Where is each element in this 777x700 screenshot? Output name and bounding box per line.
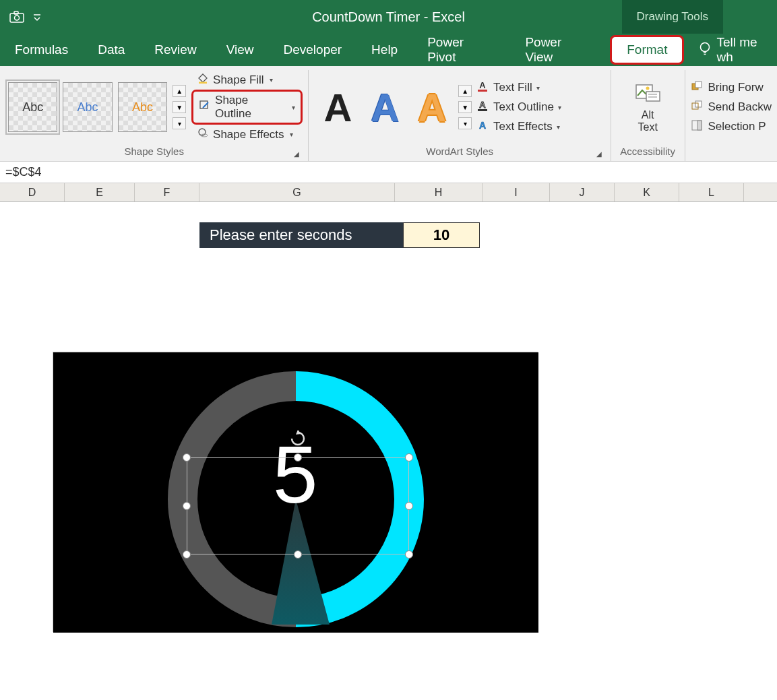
gallery-more-icon[interactable]: ▾ <box>458 117 472 129</box>
tab-review[interactable]: Review <box>139 34 211 66</box>
camera-icon[interactable] <box>9 11 24 23</box>
alt-text-button[interactable]: AltText <box>627 81 668 133</box>
wordart-style-1[interactable]: A <box>323 85 352 130</box>
shape-effects-button[interactable]: Shape Effects▾ <box>191 125 303 144</box>
send-backward-icon <box>691 100 703 115</box>
gallery-down-icon[interactable]: ▼ <box>173 101 186 113</box>
title-bar: CountDown Timer - Excel Drawing Tools <box>0 0 777 34</box>
shape-style-thumb-3[interactable]: Abc <box>118 82 167 132</box>
text-outline-button[interactable]: A Text Outline▾ <box>476 100 561 115</box>
svg-point-17 <box>646 87 650 90</box>
group-label-wordart: WordArt Styles ◢ <box>314 144 604 161</box>
qat-customize-icon[interactable] <box>32 12 42 22</box>
shape-style-gallery-arrows: ▲ ▼ ▾ <box>173 85 186 129</box>
shape-fill-button[interactable]: Shape Fill▾ <box>191 70 303 90</box>
svg-rect-0 <box>10 13 24 22</box>
worksheet[interactable]: Please enter seconds 10 5 <box>0 202 777 700</box>
wordart-style-3[interactable]: A <box>418 85 446 130</box>
formula-bar-value: =$C$4 <box>5 165 42 179</box>
shape-style-buttons: Shape Fill▾ Shape Outline▾ Shape Effects… <box>191 70 303 144</box>
svg-rect-18 <box>646 92 660 101</box>
wordart-gallery-arrows: ▲ ▼ ▾ <box>458 85 472 129</box>
selection-pane-button[interactable]: Selection P <box>691 119 772 135</box>
tab-format[interactable]: Format <box>610 35 684 65</box>
tell-me[interactable]: Tell me wh <box>687 34 777 66</box>
enter-seconds-label: Please enter seconds <box>199 222 403 248</box>
tab-developer[interactable]: Developer <box>268 34 356 66</box>
svg-text:A: A <box>479 100 486 110</box>
col-header-K[interactable]: K <box>615 183 679 201</box>
svg-rect-7 <box>199 82 207 84</box>
tab-power-view[interactable]: Power View <box>510 34 607 66</box>
enter-seconds-cell[interactable]: 10 <box>403 222 480 248</box>
svg-text:A: A <box>479 80 486 90</box>
context-tab-drawing-tools: Drawing Tools <box>622 0 723 34</box>
pencil-icon <box>199 100 211 115</box>
tell-me-label: Tell me wh <box>716 35 777 65</box>
svg-rect-14 <box>478 109 487 111</box>
bring-forward-icon <box>691 80 703 96</box>
tab-formulas[interactable]: Formulas <box>0 34 83 66</box>
tab-data[interactable]: Data <box>83 34 139 66</box>
svg-rect-26 <box>697 121 702 130</box>
ribbon: Abc Abc Abc ▲ ▼ ▾ Shape Fill▾ <box>0 66 777 162</box>
tab-help[interactable]: Help <box>356 34 412 66</box>
dialog-launcher-wordart[interactable]: ◢ <box>594 149 604 158</box>
text-fill-icon: A <box>476 80 489 96</box>
col-header-J[interactable]: J <box>550 183 615 201</box>
group-accessibility: AltText Accessibility <box>611 70 685 161</box>
enter-seconds-row: Please enter seconds 10 <box>199 222 480 248</box>
bucket-icon <box>197 72 209 88</box>
dialog-launcher-shape-styles[interactable]: ◢ <box>292 149 301 158</box>
text-outline-icon: A <box>476 100 489 115</box>
selection-pane-icon <box>691 119 703 135</box>
text-effects-button[interactable]: A Text Effects▾ <box>476 119 561 135</box>
col-header-G[interactable]: G <box>199 183 395 201</box>
svg-rect-1 <box>14 11 18 14</box>
bulb-icon <box>699 41 711 59</box>
svg-text:A: A <box>479 120 486 131</box>
svg-rect-12 <box>478 90 487 92</box>
wordart-buttons: A Text Fill▾ A Text Outline▾ A Text Effe… <box>476 80 561 135</box>
text-fill-button[interactable]: A Text Fill▾ <box>476 80 561 96</box>
group-label-arrange <box>691 144 772 161</box>
formula-bar[interactable]: =$C$4 <box>0 162 777 183</box>
bring-forward-button[interactable]: Bring Forw <box>691 80 772 96</box>
svg-point-4 <box>701 42 710 51</box>
wordart-style-2[interactable]: A <box>371 85 399 130</box>
gallery-down-icon[interactable]: ▼ <box>458 101 472 113</box>
alt-text-icon <box>634 81 661 109</box>
tab-view[interactable]: View <box>212 34 269 66</box>
gallery-up-icon[interactable]: ▲ <box>173 85 186 97</box>
selected-textbox[interactable] <box>187 457 409 554</box>
shape-style-thumb-1[interactable]: Abc <box>8 82 57 132</box>
col-header-L[interactable]: L <box>679 183 744 201</box>
col-header-E[interactable]: E <box>65 183 135 201</box>
shape-style-thumb-2[interactable]: Abc <box>63 82 112 132</box>
col-header-D[interactable]: D <box>0 183 65 201</box>
countdown-chart[interactable]: 5 <box>53 352 538 632</box>
rotate-handle-icon[interactable] <box>289 430 307 447</box>
svg-point-2 <box>15 15 20 20</box>
svg-rect-22 <box>695 82 702 88</box>
send-backward-button[interactable]: Send Backw <box>691 100 772 115</box>
ribbon-tabs: Formulas Data Review View Developer Help… <box>0 34 777 66</box>
group-label-accessibility: Accessibility <box>617 144 679 161</box>
group-shape-styles: Abc Abc Abc ▲ ▼ ▾ Shape Fill▾ <box>0 70 309 161</box>
quick-access-toolbar <box>0 11 42 23</box>
group-arrange: Bring Forw Send Backw Selection P <box>685 70 777 161</box>
gallery-more-icon[interactable]: ▾ <box>173 117 186 129</box>
group-wordart-styles: A A A ▲ ▼ ▾ A Text Fill▾ A T <box>309 70 611 161</box>
group-label-shape-styles: Shape Styles ◢ <box>5 144 303 161</box>
column-headers: D E F G H I J K L <box>0 183 777 202</box>
text-effects-icon: A <box>476 119 489 135</box>
tab-power-pivot[interactable]: Power Pivot <box>412 34 510 66</box>
col-header-F[interactable]: F <box>135 183 199 201</box>
col-header-I[interactable]: I <box>483 183 550 201</box>
col-header-H[interactable]: H <box>395 183 483 201</box>
shape-outline-button[interactable]: Shape Outline▾ <box>191 90 303 125</box>
effects-icon <box>197 127 209 142</box>
gallery-up-icon[interactable]: ▲ <box>458 85 472 97</box>
